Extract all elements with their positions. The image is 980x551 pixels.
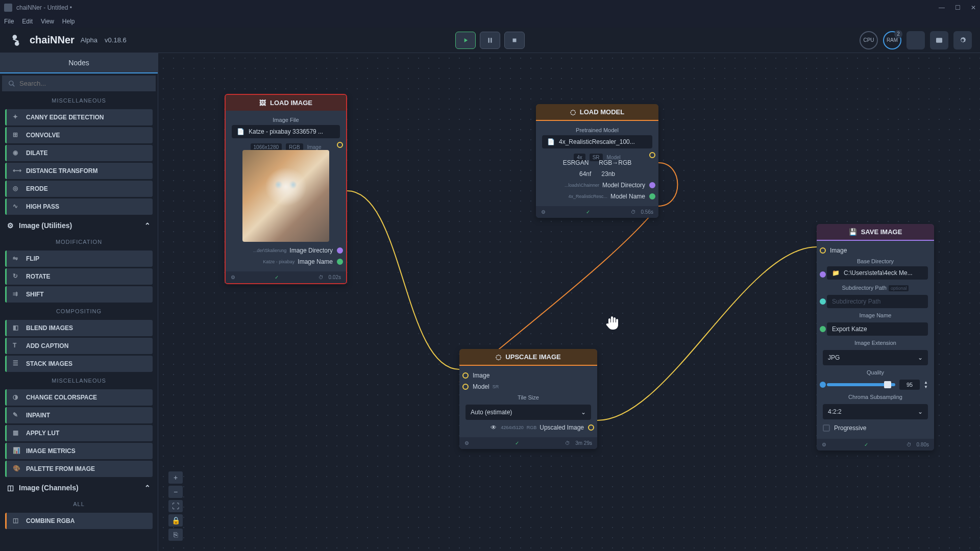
node-header: ◌UPSCALE IMAGE xyxy=(459,349,597,366)
quality-slider[interactable] xyxy=(827,383,895,386)
quality-value[interactable]: 95 xyxy=(899,380,920,390)
quality-label: Quality xyxy=(823,367,928,378)
options-icon[interactable]: ⚙ xyxy=(231,274,235,280)
model-name-out: 4x_RealisticResc...Model Name xyxy=(542,191,652,202)
menu-edit[interactable]: Edit xyxy=(22,18,33,25)
image-output-port[interactable] xyxy=(337,142,343,148)
image-input: Image xyxy=(823,245,928,256)
options-icon[interactable]: ⚙ xyxy=(464,440,469,446)
eye-icon[interactable]: 👁 xyxy=(491,424,497,431)
stop-button[interactable] xyxy=(504,32,525,49)
canvas[interactable]: 🖼LOAD IMAGE Image File 📄Katze - pixabay … xyxy=(158,53,980,551)
out-port[interactable] xyxy=(588,424,594,431)
topbar-right: CPU RAM2 xyxy=(860,31,972,49)
tile-select[interactable]: Auto (estimate)⌄ xyxy=(465,405,591,420)
node-highpass[interactable]: ∿HIGH PASS xyxy=(5,198,153,215)
pause-button[interactable] xyxy=(480,32,500,49)
dir-input[interactable]: 📁C:\Users\stefa\4eck Me... xyxy=(827,266,928,280)
node-dilate[interactable]: ◉DILATE xyxy=(5,145,153,161)
options-icon[interactable]: ⚙ xyxy=(822,442,826,447)
dir-port[interactable] xyxy=(649,182,655,188)
category-channels[interactable]: ◫Image (Channels)⌃ xyxy=(0,479,158,497)
image-in-port[interactable] xyxy=(820,247,826,254)
image-icon: 🖼 xyxy=(259,99,266,107)
save-icon: 💾 xyxy=(849,228,857,236)
quality-in-port[interactable] xyxy=(820,382,826,388)
category-utilities[interactable]: ⚙Image (Utilities)⌃ xyxy=(0,216,158,235)
checkbox[interactable] xyxy=(823,424,830,432)
node-convolve[interactable]: ⊞CONVOLVE xyxy=(5,127,153,143)
search-input[interactable] xyxy=(19,80,150,87)
minimize-icon[interactable]: — xyxy=(939,4,945,11)
image-preview xyxy=(242,150,329,242)
menu-view[interactable]: View xyxy=(41,18,54,25)
node-erode[interactable]: ◎ERODE xyxy=(5,181,153,197)
node-footer: ⚙✓⏱ 0.80s xyxy=(817,439,934,450)
node-distance[interactable]: ⟷DISTANCE TRANSFORM xyxy=(5,163,153,179)
settings-button[interactable] xyxy=(953,31,972,49)
model-params: 64nf23nb xyxy=(542,168,652,180)
node-caption[interactable]: TADD CAPTION xyxy=(5,338,153,354)
close-icon[interactable]: ✕ xyxy=(971,4,976,11)
model-label: Pretrained Model xyxy=(542,125,652,135)
sidebar: Nodes MISCELLANEOUS ✦CANNY EDGE DETECTIO… xyxy=(0,53,158,551)
node-upscale[interactable]: ◌UPSCALE IMAGE Image ModelSR Tile Size A… xyxy=(459,349,597,449)
menubar: File Edit View Help xyxy=(0,15,980,28)
zoom-fit-button[interactable]: ⛶ xyxy=(168,500,183,512)
maximize-icon[interactable]: ☐ xyxy=(955,4,961,11)
model-input[interactable]: 📄4x_RealisticRescaler_100... xyxy=(542,135,652,148)
model-output-port[interactable] xyxy=(649,152,655,158)
node-colorspace[interactable]: ◑CHANGE COLORSPACE xyxy=(5,389,153,406)
quality-stepper[interactable]: ▲▼ xyxy=(924,380,928,389)
node-palette[interactable]: 🎨PALETTE FROM IMAGE xyxy=(5,461,153,477)
node-load-image[interactable]: 🖼LOAD IMAGE Image File 📄Katze - pixabay … xyxy=(225,94,347,284)
node-load-model[interactable]: ◌LOAD MODEL Pretrained Model 📄4x_Realist… xyxy=(536,104,658,218)
section-compositing: COMPOSITING xyxy=(0,304,158,318)
node-canny[interactable]: ✦CANNY EDGE DETECTION xyxy=(5,109,153,126)
subdir-input[interactable]: Subdirectory Path xyxy=(827,295,928,308)
node-stack[interactable]: ☰STACK IMAGES xyxy=(5,356,153,372)
dir-in-port[interactable] xyxy=(820,271,826,278)
node-save-image[interactable]: 💾SAVE IMAGE Image Base Directory 📁C:\Use… xyxy=(817,224,934,450)
node-flip[interactable]: ⇋FLIP xyxy=(5,251,153,267)
image-button[interactable] xyxy=(930,31,948,49)
chroma-label: Chroma Subsampling xyxy=(823,392,928,402)
node-applylut[interactable]: ▦APPLY LUT xyxy=(5,425,153,441)
menu-help[interactable]: Help xyxy=(62,18,75,25)
name-in-port[interactable] xyxy=(820,326,826,332)
zoom-controls: + − ⛶ 🔒 ⎘ xyxy=(168,471,183,541)
dir-port[interactable] xyxy=(337,247,343,254)
node-rotate[interactable]: ↻ROTATE xyxy=(5,268,153,285)
nodes-tab[interactable]: Nodes xyxy=(0,53,158,73)
name-port[interactable] xyxy=(649,193,655,199)
zoom-lock-button[interactable]: 🔒 xyxy=(168,514,183,527)
node-inpaint[interactable]: ✎INPAINT xyxy=(5,407,153,423)
app-version: v0.18.6 xyxy=(105,36,127,44)
file-label: Image File xyxy=(232,115,340,125)
search-box[interactable] xyxy=(2,76,156,91)
download-button[interactable] xyxy=(906,31,925,49)
chevron-down-icon: ⌄ xyxy=(918,354,923,361)
progressive-check[interactable]: Progressive xyxy=(823,421,928,435)
node-shift[interactable]: ⇉SHIFT xyxy=(5,286,153,303)
node-blend[interactable]: ◧BLEND IMAGES xyxy=(5,320,153,336)
image-in-port[interactable] xyxy=(462,372,469,379)
node-metrics[interactable]: 📊IMAGE METRICS xyxy=(5,443,153,459)
file-input[interactable]: 📄Katze - pixabay 3336579 ... xyxy=(232,125,340,138)
spinner-icon: ◌ xyxy=(496,353,501,361)
play-button[interactable] xyxy=(455,32,476,49)
app-name: chaiNNer xyxy=(30,34,75,46)
node-combine-rgba[interactable]: ◫COMBINE RGBA xyxy=(5,513,153,529)
name-input[interactable]: Export Katze xyxy=(827,322,928,336)
dir-label: Base Directory xyxy=(823,256,928,266)
model-in-port[interactable] xyxy=(462,384,469,390)
zoom-out-button[interactable]: − xyxy=(168,486,183,498)
options-icon[interactable]: ⚙ xyxy=(541,209,546,215)
zoom-export-button[interactable]: ⎘ xyxy=(168,529,183,541)
zoom-in-button[interactable]: + xyxy=(168,471,183,484)
subdir-in-port[interactable] xyxy=(820,298,826,305)
ext-select[interactable]: JPG⌄ xyxy=(823,350,928,365)
chroma-select[interactable]: 4:2:2⌄ xyxy=(823,404,928,419)
name-port[interactable] xyxy=(337,259,343,265)
menu-file[interactable]: File xyxy=(4,18,14,25)
